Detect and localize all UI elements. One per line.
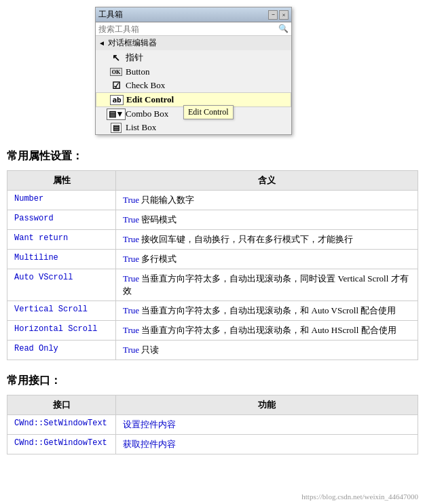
- tooltip-text: Edit Control: [188, 107, 229, 117]
- property-desc: True 只能输入数字: [116, 191, 418, 210]
- property-desc: True 当垂直方向字符太多，自动出现滚动条，和 Auto HScroll 配合…: [116, 321, 418, 341]
- combobox-icon: ▤▼: [109, 109, 123, 119]
- property-name: Auto VScroll: [7, 269, 116, 301]
- watermark: https://blog.csdn.net/weixin_44647000: [301, 492, 418, 501]
- toolbox-item-arrow[interactable]: ↖ 指针: [96, 50, 291, 65]
- toolbox-item-label: Button: [126, 66, 149, 77]
- tooltip-box: Edit Control: [183, 105, 234, 119]
- property-name: Password: [7, 210, 116, 230]
- toolbox-item-button[interactable]: OK Button: [96, 65, 291, 79]
- properties-table: 属性 含义 NumberTrue 只能输入数字PasswordTrue 密码模式…: [7, 170, 418, 360]
- toolbox-section-header[interactable]: ◄ 对话框编辑器: [96, 36, 291, 50]
- toolbox-titlebar-buttons: － ×: [268, 10, 289, 20]
- toolbox-item-label: 指针: [126, 52, 143, 64]
- table-row: Horizontal ScrollTrue 当垂直方向字符太多，自动出现滚动条，…: [7, 321, 418, 341]
- editcontrol-icon: ab: [110, 94, 124, 105]
- toolbox-section-label: 对话框编辑器: [108, 37, 157, 49]
- button-icon: OK: [109, 66, 123, 77]
- table-row: PasswordTrue 密码模式: [7, 210, 418, 230]
- table-row: Vertical ScrollTrue 当垂直方向字符太多，自动出现滚动条，和 …: [7, 301, 418, 321]
- property-name: Vertical Scroll: [7, 301, 116, 321]
- table-row: CWnd::SetWindowText设置控件内容: [7, 415, 418, 435]
- property-desc: True 多行模式: [116, 250, 418, 269]
- property-name: Read Only: [7, 341, 116, 360]
- search-icon: 🔍: [278, 24, 289, 34]
- properties-col-meaning: 含义: [116, 171, 418, 191]
- table-row: CWnd::GetWindowText获取控件内容: [7, 435, 418, 454]
- toolbox-close-button[interactable]: ×: [279, 10, 289, 20]
- main-content: 常用属性设置： 属性 含义 NumberTrue 只能输入数字PasswordT…: [0, 149, 425, 468]
- collapse-triangle-icon: ◄: [98, 39, 105, 47]
- toolbox-search-bar[interactable]: 🔍: [96, 22, 291, 36]
- properties-col-attr: 属性: [7, 171, 116, 191]
- toolbox-item-label: Edit Control: [126, 94, 174, 105]
- table-row: Read OnlyTrue 只读: [7, 341, 418, 360]
- property-desc: True 只读: [116, 341, 418, 360]
- arrow-icon: ↖: [109, 52, 123, 63]
- property-name: Number: [7, 191, 116, 210]
- toolbox-item-label: Check Box: [126, 80, 165, 91]
- interface-col-func: 功能: [116, 395, 418, 415]
- toolbox-item-listbox[interactable]: ▤ List Box: [96, 121, 291, 134]
- toolbox-titlebar: 工具箱 － ×: [96, 7, 291, 22]
- toolbox-item-label: List Box: [126, 122, 156, 133]
- property-desc: True 当垂直方向字符太多，自动出现滚动条，同时设置 Vertical Scr…: [116, 269, 418, 301]
- properties-section-title: 常用属性设置：: [7, 149, 418, 163]
- property-name: Want return: [7, 230, 116, 250]
- property-name: Multiline: [7, 250, 116, 269]
- listbox-icon: ▤: [109, 122, 123, 133]
- interface-name: CWnd::SetWindowText: [7, 415, 116, 435]
- toolbox-item-checkbox[interactable]: ☑ Check Box: [96, 79, 291, 92]
- interface-col-name: 接口: [7, 395, 116, 415]
- table-row: Auto VScrollTrue 当垂直方向字符太多，自动出现滚动条，同时设置 …: [7, 269, 418, 301]
- interface-desc: 获取控件内容: [116, 435, 418, 454]
- interface-desc: 设置控件内容: [116, 415, 418, 435]
- toolbox-title: 工具箱: [98, 9, 123, 20]
- checkbox-icon: ☑: [109, 80, 123, 91]
- interface-table: 接口 功能 CWnd::SetWindowText设置控件内容CWnd::Get…: [7, 395, 418, 454]
- toolbox-search-input[interactable]: [98, 24, 278, 34]
- property-desc: True 接收回车键，自动换行，只有在多行模式下，才能换行: [116, 230, 418, 250]
- interface-name: CWnd::GetWindowText: [7, 435, 116, 454]
- table-row: MultilineTrue 多行模式: [7, 250, 418, 269]
- interface-section-title: 常用接口：: [7, 374, 418, 388]
- property-desc: True 当垂直方向字符太多，自动出现滚动条，和 Auto VScroll 配合…: [116, 301, 418, 321]
- table-row: Want returnTrue 接收回车键，自动换行，只有在多行模式下，才能换行: [7, 230, 418, 250]
- property-desc: True 密码模式: [116, 210, 418, 230]
- property-name: Horizontal Scroll: [7, 321, 116, 341]
- toolbox-minimize-button[interactable]: －: [268, 10, 278, 20]
- table-row: NumberTrue 只能输入数字: [7, 191, 418, 210]
- toolbox-item-label: Combo Box: [126, 109, 168, 119]
